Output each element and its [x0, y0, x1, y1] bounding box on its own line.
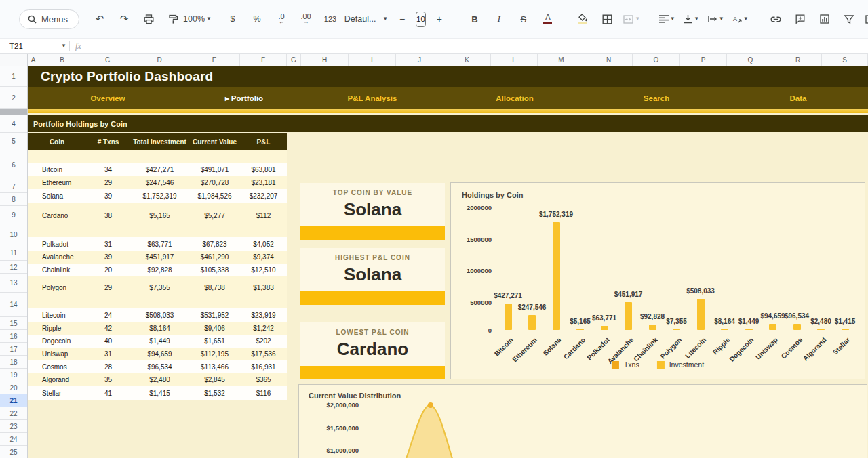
cell-value[interactable]: $112,195 [189, 350, 240, 358]
bold-button[interactable]: B [464, 10, 486, 28]
row-header-19[interactable]: 19 [0, 369, 27, 381]
print-button[interactable] [138, 10, 159, 28]
cell-investment[interactable]: $92,828 [130, 266, 189, 274]
cell-txns[interactable]: 38 [86, 212, 130, 220]
cell-coin[interactable]: Avalanche [28, 253, 86, 261]
current-value-area-chart[interactable]: Current Value Distribution$2,000,000$1,5… [298, 384, 867, 458]
formula-input[interactable] [81, 39, 868, 54]
cell-txns[interactable]: 40 [86, 337, 130, 345]
strikethrough-button[interactable]: S [513, 10, 534, 28]
row-header-23[interactable]: 23 [0, 420, 27, 433]
cell-txns[interactable]: 34 [86, 166, 130, 173]
table-row-cosmos[interactable]: Cosmos28$96,534$113,466$16,931 [28, 360, 287, 373]
column-header-O[interactable]: O [633, 54, 680, 66]
font-select[interactable]: Defaul... ▼ [355, 10, 378, 28]
cell-pnl[interactable]: $16,931 [240, 363, 287, 371]
row-header-8[interactable]: 8 [0, 193, 27, 206]
cell-pnl[interactable]: $1,242 [240, 325, 287, 332]
row-header-17[interactable]: 17 [0, 343, 27, 356]
cell-txns[interactable]: 39 [86, 192, 130, 200]
table-row-stellar[interactable]: Stellar41$1,415$1,532$116 [28, 386, 287, 400]
cell-investment[interactable]: $1,449 [130, 337, 189, 345]
cell-coin[interactable]: Bitcoin [28, 166, 86, 173]
row-header-25[interactable]: 25 [0, 446, 27, 458]
column-header-A[interactable]: A [28, 54, 39, 66]
cell-investment[interactable]: $8,164 [130, 325, 189, 332]
cell-txns[interactable]: 24 [86, 312, 130, 319]
row-header-5[interactable]: 5 [0, 133, 27, 150]
column-header-E[interactable]: E [189, 54, 240, 66]
cell-coin[interactable]: Cardano [28, 212, 86, 220]
insert-chart-button[interactable] [814, 10, 835, 28]
text-wrap-button[interactable]: ▼ [705, 10, 727, 28]
italic-button[interactable]: I [488, 10, 510, 28]
column-header-P[interactable]: P [680, 54, 727, 66]
cell-coin[interactable]: Uniswap [28, 350, 86, 358]
cell-coin[interactable]: Litecoin [28, 312, 86, 319]
table-row-chainlink[interactable]: Chainlink20$92,828$105,338$12,510 [28, 264, 287, 276]
row-header-21[interactable]: 21 [0, 394, 27, 407]
table-row-litecoin[interactable]: Litecoin24$508,033$531,952$23,919 [28, 308, 287, 322]
cell-investment[interactable]: $247,546 [130, 179, 189, 186]
nav-link-p-l-analysis[interactable]: P&L Analysis [348, 94, 397, 102]
row-header-22[interactable]: 22 [0, 407, 27, 420]
cell-investment[interactable]: $94,659 [130, 350, 189, 358]
cell-investment[interactable]: $7,355 [130, 284, 189, 291]
row-header-15[interactable]: 15 [0, 317, 27, 330]
horizontal-align-button[interactable]: ▼ [656, 10, 678, 28]
menus-search-button[interactable]: Menus [19, 9, 79, 29]
zoom-select[interactable]: 100% ▼ [186, 10, 208, 28]
cell-value[interactable]: $113,466 [189, 363, 240, 371]
cell-txns[interactable]: 39 [86, 253, 130, 261]
row-header-18[interactable]: 18 [0, 356, 27, 369]
table-row-avalanche[interactable]: Avalanche39$451,917$461,290$9,374 [28, 251, 287, 264]
cell-txns[interactable]: 35 [86, 376, 130, 383]
cell-txns[interactable]: 29 [86, 179, 130, 186]
decrease-font-size-button[interactable]: − [391, 10, 413, 28]
column-header-J[interactable]: J [396, 54, 443, 66]
cell-value[interactable]: $9,406 [189, 325, 240, 332]
table-row-uniswap[interactable]: Uniswap31$94,659$112,195$17,536 [28, 348, 287, 360]
cell-pnl[interactable]: $63,801 [240, 166, 287, 173]
cell-value[interactable]: $1,651 [189, 337, 240, 345]
merge-cells-button[interactable]: ▼ [621, 10, 643, 28]
cell-coin[interactable]: Solana [28, 192, 86, 200]
column-header-F[interactable]: F [240, 54, 287, 66]
row-header-4[interactable]: 4 [0, 115, 27, 133]
increase-font-size-button[interactable]: + [429, 10, 450, 28]
cell-pnl[interactable]: $202 [240, 337, 287, 345]
create-filter-button[interactable] [838, 10, 860, 28]
column-header-H[interactable]: H [301, 54, 349, 66]
cell-txns[interactable]: 29 [86, 284, 130, 291]
row-header-7[interactable]: 7 [0, 180, 27, 193]
row-header-9[interactable]: 9 [0, 206, 27, 224]
cell-investment[interactable]: $451,917 [130, 253, 189, 261]
paint-format-button[interactable] [162, 10, 184, 28]
cell-coin[interactable]: Cosmos [28, 363, 86, 371]
cell-investment[interactable]: $63,771 [130, 241, 189, 248]
cell-txns[interactable]: 41 [86, 390, 130, 397]
cell-value[interactable]: $1,532 [189, 390, 240, 397]
row-header-13[interactable]: 13 [0, 274, 27, 293]
insert-comment-button[interactable] [789, 10, 811, 28]
cell-txns[interactable]: 31 [86, 350, 130, 358]
table-row-solana[interactable]: Solana39$1,752,319$1,984,526$232,207 [28, 189, 287, 203]
cell-pnl[interactable]: $23,181 [240, 179, 287, 186]
column-header-S[interactable]: S [822, 54, 868, 66]
column-header-D[interactable]: D [130, 54, 189, 66]
text-rotation-button[interactable]: A ▼ [730, 10, 751, 28]
column-header-G[interactable]: G [287, 54, 301, 66]
insert-link-button[interactable] [765, 10, 787, 28]
cell-pnl[interactable]: $112 [240, 212, 287, 220]
increase-decimal-button[interactable]: .00→ [295, 10, 317, 28]
cell-value[interactable]: $2,845 [189, 376, 240, 383]
row-header-6[interactable]: 6 [0, 150, 27, 180]
row-header-12[interactable]: 12 [0, 261, 27, 274]
cell-investment[interactable]: $1,752,319 [130, 192, 189, 200]
row-header-11[interactable]: 11 [0, 245, 27, 261]
row-header-14[interactable]: 14 [0, 293, 27, 317]
vertical-align-button[interactable]: ▼ [681, 10, 703, 28]
cell-coin[interactable]: Dogecoin [28, 337, 86, 345]
format-currency-button[interactable]: $ [222, 10, 243, 28]
row-header-2[interactable]: 2 [0, 87, 27, 109]
